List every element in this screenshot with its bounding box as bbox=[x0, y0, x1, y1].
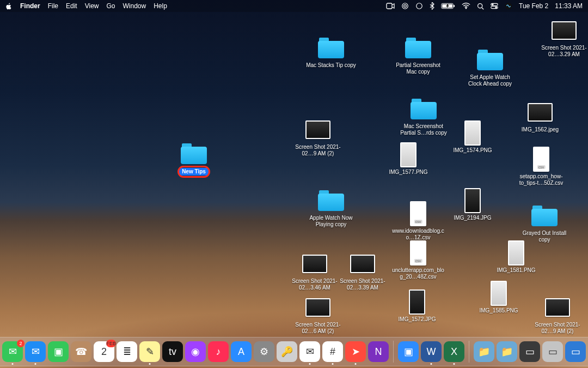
spotlight-icon[interactable] bbox=[477, 3, 484, 10]
img-1577-label: IMG_1577.PNG bbox=[389, 169, 427, 176]
clock-time[interactable]: 11:33 AM bbox=[555, 2, 583, 10]
dock-slack[interactable]: # bbox=[322, 341, 343, 362]
dock-reminders[interactable]: ≣ bbox=[117, 341, 137, 362]
screenshot-9am-2b[interactable]: Screen Shot 2021-02…9 AM (2) bbox=[531, 295, 584, 335]
dock-onenote[interactable]: N bbox=[368, 341, 389, 362]
dock-recents-folder[interactable]: 📁 bbox=[474, 341, 494, 362]
apple-watch-now-playing-folder[interactable]: Apple Watch Now Playing copy bbox=[305, 189, 357, 228]
screenshot-9am-2-icon bbox=[304, 118, 332, 142]
facetime-status-icon[interactable] bbox=[386, 3, 395, 9]
dock-notes[interactable]: ✎ bbox=[139, 341, 160, 362]
apple-menu-icon[interactable] bbox=[5, 3, 13, 10]
dock-min-win-1[interactable]: ▭ bbox=[519, 341, 540, 362]
img-1574-icon bbox=[458, 121, 487, 145]
menu-file[interactable]: File bbox=[48, 2, 58, 10]
img-1581-icon bbox=[502, 241, 530, 265]
img-2194[interactable]: IMG_2194.JPG bbox=[446, 189, 499, 221]
img-2194-label: IMG_2194.JPG bbox=[454, 215, 492, 221]
unclutterapp-csv[interactable]: unclutterapp.com_blog_20…48Z.csv bbox=[392, 241, 444, 280]
img-1572[interactable]: IMG_1572.JPG bbox=[391, 290, 443, 323]
mac-stacks-tip-folder[interactable]: Mac Stacks Tip copy bbox=[305, 36, 357, 69]
running-indicator bbox=[149, 363, 151, 365]
menu-help[interactable]: Help bbox=[154, 2, 167, 10]
svg-point-2 bbox=[404, 5, 407, 8]
idownloadblog-csv[interactable]: www.idownloadblog.co…1Z.csv bbox=[392, 202, 444, 241]
running-indicator bbox=[454, 363, 455, 365]
screenshot-6am-2-icon bbox=[304, 295, 332, 319]
dock-downloads-folder[interactable]: 📁 bbox=[497, 341, 517, 362]
img-1577[interactable]: IMG_1577.PNG bbox=[382, 143, 434, 176]
dock-tv[interactable]: tv bbox=[162, 341, 183, 362]
dock-messages[interactable]: ✉2 bbox=[2, 341, 23, 362]
screenshot-9am-2-label: Screen Shot 2021-02…9 AM (2) bbox=[292, 144, 344, 157]
running-indicator bbox=[309, 363, 311, 365]
dock-keychain[interactable]: 🔑 bbox=[277, 341, 297, 362]
dock-word[interactable]: W bbox=[421, 341, 442, 362]
img-1585-label: IMG_1585.PNG bbox=[479, 307, 518, 314]
dock-facetime[interactable]: ▣ bbox=[48, 341, 69, 362]
screenshot-339am[interactable]: Screen Shot 2021-02…3.39 AM bbox=[336, 252, 389, 291]
siri-icon[interactable] bbox=[505, 2, 512, 10]
img-1577-icon bbox=[394, 143, 422, 167]
menu-window[interactable]: Window bbox=[123, 2, 146, 10]
mac-screenshot-partial-folder[interactable]: Mac Screenshot Partial S…rds copy bbox=[397, 97, 450, 136]
screenshot-339am-label: Screen Shot 2021-02…3.39 AM bbox=[336, 278, 389, 291]
svg-point-7 bbox=[465, 8, 467, 9]
creative-cloud-icon[interactable] bbox=[401, 2, 409, 10]
dock-calendar[interactable]: 2FEB bbox=[94, 341, 114, 362]
svg-point-8 bbox=[478, 3, 482, 8]
screenshot-329am[interactable]: Screen Shot 2021-02…3.29 AM bbox=[538, 19, 588, 58]
dock-mail[interactable]: ✉ bbox=[25, 341, 46, 362]
setapp-csv-label: setapp.com_how-to_tips-t…50Z.csv bbox=[515, 173, 567, 186]
unclutterapp-csv-icon bbox=[404, 241, 432, 265]
dock-appstore[interactable]: A bbox=[231, 341, 252, 362]
dock-messenger[interactable]: ✉ bbox=[299, 341, 320, 362]
mac-screenshot-partial-folder-icon bbox=[409, 97, 438, 121]
battery-icon[interactable] bbox=[441, 3, 455, 9]
clock-date[interactable]: Tue Feb 2 bbox=[519, 2, 548, 10]
dock-contacts[interactable]: ☎ bbox=[71, 341, 91, 362]
partial-screenshot-mac-folder-icon bbox=[404, 36, 432, 60]
menu-right: Tue Feb 2 11:33 AM bbox=[386, 2, 583, 10]
dock-min-win-2[interactable]: ▭ bbox=[542, 341, 563, 362]
dock-min-win-3[interactable]: ▭ bbox=[565, 341, 586, 362]
set-apple-watch-clock-ahead-folder-label: Set Apple Watch Clock Ahead copy bbox=[464, 74, 516, 87]
dock-zoom[interactable]: ▣ bbox=[398, 341, 419, 362]
mac-stacks-tip-folder-label: Mac Stacks Tip copy bbox=[306, 62, 356, 69]
dock-excel[interactable]: X bbox=[444, 341, 464, 362]
img-1562[interactable]: IMG_1562.jpeg bbox=[514, 100, 566, 133]
screenshot-346am[interactable]: Screen Shot 2021-02…3.46 AM bbox=[289, 252, 341, 291]
screenshot-9am-2[interactable]: Screen Shot 2021-02…9 AM (2) bbox=[292, 118, 344, 157]
img-1562-icon bbox=[526, 100, 554, 124]
dock-settings[interactable]: ⚙ bbox=[254, 341, 274, 362]
setapp-csv[interactable]: setapp.com_how-to_tips-t…50Z.csv bbox=[515, 147, 567, 186]
new-tips-folder-label[interactable]: New Tips bbox=[179, 168, 209, 176]
mac-stacks-tip-folder-icon bbox=[317, 36, 345, 60]
menu-edit[interactable]: Edit bbox=[66, 2, 77, 10]
img-1585[interactable]: IMG_1585.PNG bbox=[473, 281, 525, 314]
set-apple-watch-clock-ahead-folder[interactable]: Set Apple Watch Clock Ahead copy bbox=[464, 48, 516, 87]
app-name[interactable]: Finder bbox=[20, 2, 40, 10]
svg-rect-5 bbox=[454, 5, 455, 7]
dock-music[interactable]: ♪ bbox=[208, 341, 229, 362]
dock-podcasts[interactable]: ◉ bbox=[185, 341, 206, 362]
menu-view[interactable]: View bbox=[85, 2, 99, 10]
partial-screenshot-mac-folder-label: Partial Screenshot Mac copy bbox=[392, 62, 444, 75]
partial-screenshot-mac-folder[interactable]: Partial Screenshot Mac copy bbox=[392, 36, 444, 75]
desktop[interactable]: Mac Stacks Tip copyPartial Screenshot Ma… bbox=[0, 12, 588, 368]
control-center-icon[interactable] bbox=[491, 3, 498, 9]
new-tips-folder[interactable]: New Tips bbox=[168, 142, 220, 176]
dock-jumpshare[interactable]: ➤ bbox=[345, 341, 366, 362]
running-indicator bbox=[12, 363, 14, 365]
running-indicator bbox=[431, 363, 432, 365]
airpods-icon[interactable] bbox=[415, 2, 423, 10]
grayed-out-install-folder[interactable]: Grayed Out Install copy bbox=[518, 204, 571, 243]
screenshot-6am-2[interactable]: Screen Shot 2021-02…6 AM (2) bbox=[292, 295, 344, 335]
img-1581[interactable]: IMG_1581.PNG bbox=[490, 241, 542, 274]
wifi-icon[interactable] bbox=[462, 3, 470, 9]
bluetooth-icon[interactable] bbox=[430, 2, 434, 10]
badge: 2 bbox=[17, 340, 24, 347]
screenshot-6am-2-label: Screen Shot 2021-02…6 AM (2) bbox=[292, 322, 344, 335]
img-1574[interactable]: IMG_1574.PNG bbox=[446, 121, 499, 154]
menu-go[interactable]: Go bbox=[107, 2, 115, 10]
